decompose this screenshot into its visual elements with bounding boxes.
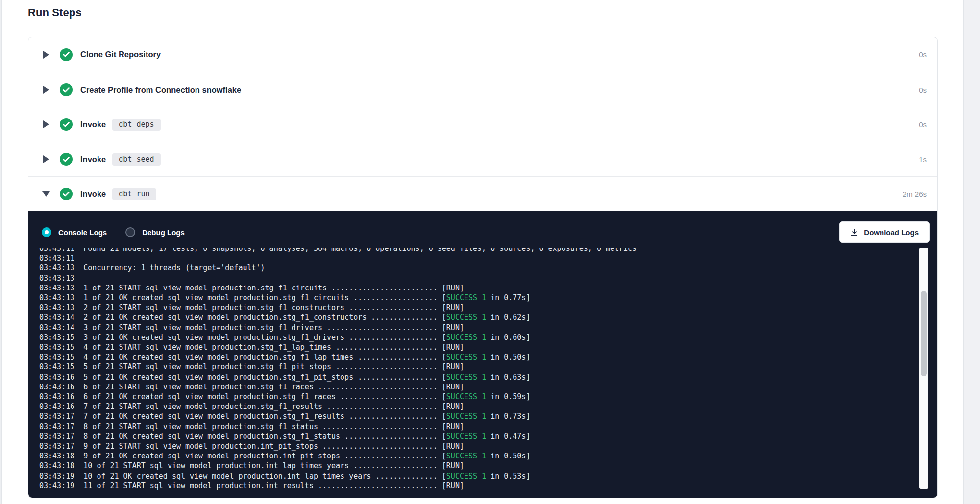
log-line: 03:43:17 8 of 21 OK created sql view mod…	[39, 432, 914, 441]
log-line: 03:43:15 3 of 21 OK created sql view mod…	[39, 333, 914, 342]
log-scrollbar-track[interactable]	[919, 248, 928, 489]
right-gutter	[963, 0, 980, 504]
step-duration: 2m 26s	[903, 190, 927, 198]
chevron-right-icon[interactable]	[42, 51, 50, 59]
download-logs-button[interactable]: Download Logs	[839, 221, 930, 243]
log-line: 03:43:13	[39, 273, 914, 283]
log-line: 03:43:11	[39, 253, 914, 263]
log-toolbar: Console Logs Debug Logs Download Logs	[28, 211, 937, 243]
step-label: Create Profile from Connection snowflake	[80, 85, 241, 95]
chevron-right-icon[interactable]	[42, 120, 50, 128]
download-icon	[850, 228, 858, 237]
log-line: 03:43:13 2 of 21 START sql view model pr…	[39, 303, 914, 312]
step-label: Clone Git Repository	[80, 50, 161, 59]
step-row-dbt-seed[interactable]: Invoke dbt seed 1s	[28, 142, 937, 176]
log-line: 03:43:19 11 of 21 START sql view model p…	[39, 481, 914, 491]
step-duration: 1s	[919, 155, 927, 164]
debug-logs-label: Debug Logs	[142, 228, 185, 237]
success-check-icon	[60, 153, 73, 166]
radio-unselected-icon	[125, 227, 135, 237]
log-line: 03:43:18 10 of 21 START sql view model p…	[39, 461, 914, 471]
log-line: 03:43:16 6 of 21 OK created sql view mod…	[39, 392, 914, 402]
log-line: 03:43:14 2 of 21 OK created sql view mod…	[39, 312, 914, 322]
log-line: 03:43:14 3 of 21 START sql view model pr…	[39, 323, 914, 333]
log-line: 03:43:16 7 of 21 START sql view model pr…	[39, 402, 914, 411]
success-check-icon	[60, 48, 73, 61]
console-log-panel: Console Logs Debug Logs Download Logs 03…	[28, 211, 937, 498]
success-check-icon	[60, 83, 73, 96]
log-line: 03:43:16 6 of 21 START sql view model pr…	[39, 382, 914, 392]
log-output: 03:43:11 Found 21 models, 17 tests, 0 sn…	[39, 248, 914, 495]
log-line: 03:43:13 1 of 21 OK created sql view mod…	[39, 293, 914, 303]
step-row-create-profile[interactable]: Create Profile from Connection snowflake…	[28, 72, 937, 107]
run-steps-card: Clone Git Repository 0s Create Profile f…	[28, 37, 938, 498]
chevron-down-icon[interactable]	[42, 191, 50, 197]
log-line: 03:43:16 5 of 21 OK created sql view mod…	[39, 372, 914, 382]
step-label: Invoke	[80, 190, 106, 199]
step-duration: 0s	[919, 120, 927, 129]
command-badge: dbt run	[112, 188, 156, 200]
log-line: 03:43:17 7 of 21 OK created sql view mod…	[39, 411, 914, 421]
success-check-icon	[60, 188, 73, 200]
command-badge: dbt deps	[112, 119, 160, 131]
log-line: 03:43:15 4 of 21 OK created sql view mod…	[39, 352, 914, 362]
console-logs-label: Console Logs	[58, 228, 107, 237]
log-line: 03:43:17 8 of 21 START sql view model pr…	[39, 422, 914, 432]
download-logs-label: Download Logs	[864, 228, 919, 237]
step-label: Invoke	[80, 120, 106, 129]
log-line: 03:43:17 9 of 21 START sql view model pr…	[39, 441, 914, 451]
command-badge: dbt seed	[112, 153, 160, 166]
radio-selected-icon	[42, 227, 51, 237]
log-line: 03:43:13 Concurrency: 1 threads (target=…	[39, 263, 914, 273]
chevron-right-icon[interactable]	[42, 86, 50, 94]
console-logs-radio[interactable]: Console Logs	[42, 227, 107, 237]
chevron-right-icon[interactable]	[42, 155, 50, 163]
step-duration: 0s	[919, 50, 927, 59]
debug-logs-radio[interactable]: Debug Logs	[125, 227, 185, 237]
step-duration: 0s	[919, 86, 927, 94]
step-row-dbt-run[interactable]: Invoke dbt run 2m 26s	[28, 176, 937, 211]
log-line: 03:43:15 4 of 21 START sql view model pr…	[39, 342, 914, 352]
log-line: 03:43:11 Found 21 models, 17 tests, 0 sn…	[39, 248, 914, 253]
success-check-icon	[60, 118, 73, 131]
log-scrollbar-thumb[interactable]	[921, 291, 927, 376]
sidebar-edge	[0, 0, 2, 504]
log-type-radio-group: Console Logs Debug Logs	[42, 221, 203, 243]
page-title: Run Steps	[28, 6, 82, 19]
step-label: Invoke	[80, 155, 106, 164]
log-line: 03:43:13 1 of 21 START sql view model pr…	[39, 283, 914, 293]
log-line: 03:43:19 10 of 21 OK created sql view mo…	[39, 471, 914, 481]
log-line: 03:43:18 9 of 21 OK created sql view mod…	[39, 451, 914, 461]
log-line: 03:43:15 5 of 21 START sql view model pr…	[39, 362, 914, 372]
step-row-dbt-deps[interactable]: Invoke dbt deps 0s	[28, 107, 937, 142]
step-row-clone-git-repository[interactable]: Clone Git Repository 0s	[28, 37, 937, 72]
